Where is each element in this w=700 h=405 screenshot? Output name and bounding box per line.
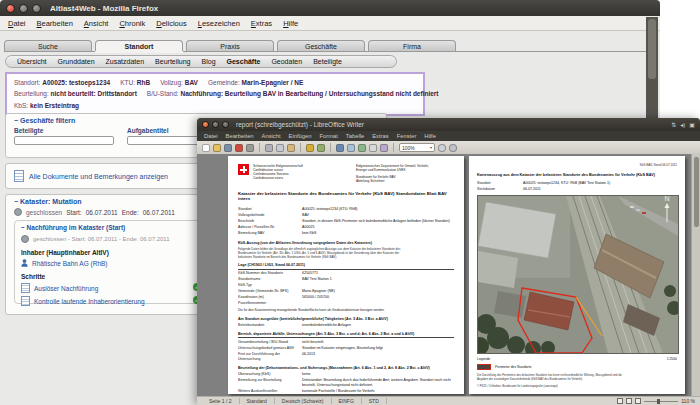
site-info-box: Standort: A00025: testoeps1234KTU: RhBVo… xyxy=(5,72,425,116)
network-icon[interactable]: ⇅ xyxy=(671,121,676,128)
menu-item[interactable]: Datei xyxy=(204,133,218,139)
window-minimize-button[interactable] xyxy=(19,4,28,13)
writer-titlebar[interactable]: report (schreibgeschützt) - LibreOffice … xyxy=(197,118,700,131)
all-documents-link[interactable]: Alle Dokumente und Bemerkungen anzeigen xyxy=(29,173,168,180)
export-pdf-icon[interactable] xyxy=(235,144,243,152)
menu-item[interactable]: Format xyxy=(320,133,338,139)
copy-icon[interactable] xyxy=(276,144,284,152)
tab[interactable]: Geschäfte xyxy=(277,40,365,51)
window-close-button[interactable] xyxy=(6,4,15,13)
paste-icon[interactable] xyxy=(287,144,295,152)
task-icon xyxy=(21,283,30,293)
menu-item[interactable]: Extras xyxy=(251,19,272,28)
menu-item[interactable]: Delicious xyxy=(156,19,186,28)
multi-page-view-icon[interactable] xyxy=(626,398,632,404)
find-icon[interactable] xyxy=(369,144,377,152)
zoom-in-icon[interactable] xyxy=(438,144,446,152)
scrollbar-thumb[interactable] xyxy=(694,157,699,227)
zoom-out-icon[interactable] xyxy=(449,144,457,152)
menu-item[interactable]: Ansicht xyxy=(84,19,109,28)
zoom-combo[interactable]: 100% xyxy=(399,143,435,152)
message-icon[interactable]: ▣ xyxy=(689,121,695,128)
status-zoom: 110 % xyxy=(681,398,695,404)
site-info-line: Standort: A00025: testoeps1234KTU: RhBVo… xyxy=(14,77,416,88)
menu-item[interactable]: Fenster xyxy=(397,133,417,139)
menu-item[interactable]: Hilfe xyxy=(424,133,436,139)
tab[interactable]: Firma xyxy=(368,40,456,51)
navigator-icon[interactable] xyxy=(380,144,388,152)
window-minimize-button[interactable] xyxy=(212,121,219,128)
image-icon[interactable] xyxy=(358,144,366,152)
report-rows-e: Gesamtbeurteilung / B/U-Standnicht beurt… xyxy=(238,340,454,362)
menu-item[interactable]: Bearbeiten xyxy=(37,19,73,28)
report-row: Untersuchungsbedarf gemäss AltlVStandort… xyxy=(238,346,454,351)
book-view-icon[interactable] xyxy=(635,398,641,404)
tab[interactable]: Praxis xyxy=(186,40,274,51)
report-rows-a: StandortA00025: testoeps1234 (KTU: RhB)V… xyxy=(238,207,454,236)
zoom-slider-knob[interactable] xyxy=(657,399,660,404)
section-nav-item[interactable]: Geodaten xyxy=(271,58,302,65)
section-nav-item[interactable]: Geschäfte xyxy=(227,58,261,65)
info-label: Vollzug: xyxy=(160,79,183,86)
report-row: Bemerkung zur BeurteilungDrittstandort: … xyxy=(238,378,454,388)
step-link[interactable]: Auslöser Nachführung xyxy=(34,285,98,292)
map-title: Kartenauszug aus dem Kataster der belast… xyxy=(477,173,677,178)
scrollbar-thumb[interactable] xyxy=(648,19,656,79)
page2-header: KbS BAV, Stand 06.07.2011 xyxy=(477,163,677,167)
section-nav-item[interactable]: Übersicht xyxy=(17,58,47,65)
writer-toolbar: 100% xyxy=(197,141,700,155)
save-icon[interactable] xyxy=(224,144,232,152)
redo-icon[interactable] xyxy=(317,144,325,152)
zoom-slider[interactable] xyxy=(644,401,678,402)
single-page-view-icon[interactable] xyxy=(617,398,623,404)
info-label: KbS: xyxy=(14,102,28,109)
cut-icon[interactable] xyxy=(265,144,273,152)
report-row: KbS-Typ xyxy=(238,283,454,288)
section-nav-item[interactable]: Zusatzdaten xyxy=(106,58,145,65)
report-row: Gesamtbeurteilung / B/U-Standnicht beurt… xyxy=(238,340,454,345)
menu-item[interactable]: Tabelle xyxy=(346,133,364,139)
toolbar-separator xyxy=(300,143,301,152)
menu-item[interactable]: Ansicht xyxy=(262,133,281,139)
section-nav-item[interactable]: Grunddaten xyxy=(58,58,95,65)
beteiligte-input[interactable] xyxy=(14,136,114,145)
desktop: Altlast4Web - Mozilla Firefox DateiBearb… xyxy=(0,0,700,405)
section-nav-item[interactable]: Beurteilung xyxy=(155,58,190,65)
undo-icon[interactable] xyxy=(306,144,314,152)
menu-item[interactable]: Einfügen xyxy=(289,133,312,139)
step-link[interactable]: Kontrolle laufende Inhaberorientierung xyxy=(34,298,145,305)
window-maximize-button[interactable] xyxy=(222,121,229,128)
menu-item[interactable]: Lesezeichen xyxy=(198,19,240,28)
menu-item[interactable]: Bearbeiten xyxy=(226,133,254,139)
info-label: Gemeinde: xyxy=(208,79,240,86)
info-value: Marin-Epagnier / NE xyxy=(242,79,304,86)
window-maximize-button[interactable] xyxy=(32,4,41,13)
report-row: Bemerkung BAVkein KbS xyxy=(238,231,454,236)
menu-item[interactable]: Extras xyxy=(372,133,388,139)
hyperlink-icon[interactable] xyxy=(336,144,344,152)
firefox-titlebar[interactable]: Altlast4Web - Mozilla Firefox xyxy=(0,0,660,16)
print-icon[interactable] xyxy=(246,144,254,152)
menu-item[interactable]: Hilfe xyxy=(283,19,298,28)
info-label: Standort: xyxy=(14,79,40,86)
inhaber-link[interactable]: Rhätische Bahn AG (RhB) xyxy=(32,260,108,267)
status-select-mode: STD xyxy=(362,398,387,404)
info-value: kein Ersteintrag xyxy=(30,102,79,109)
tab[interactable]: Suche xyxy=(4,40,92,51)
info-value: BAV xyxy=(185,79,198,86)
table-icon[interactable] xyxy=(347,144,355,152)
window-close-button[interactable] xyxy=(202,121,209,128)
swiss-cross-logo xyxy=(238,164,249,175)
tab[interactable]: Standort xyxy=(95,40,183,51)
open-folder-icon[interactable] xyxy=(213,144,221,152)
writer-scrollbar[interactable] xyxy=(691,154,700,397)
new-document-icon[interactable] xyxy=(202,144,210,152)
menu-item[interactable]: Chronik xyxy=(119,19,145,28)
section-nav-item[interactable]: Beteiligte xyxy=(313,58,342,65)
info-label: KTU: xyxy=(120,79,135,86)
status-text: geschlossen xyxy=(26,209,62,216)
volume-icon[interactable]: ◂) xyxy=(680,121,685,128)
menu-item[interactable]: Datei xyxy=(8,19,26,28)
section-nav-item[interactable]: Blog xyxy=(202,58,216,65)
report-page-1: Schweizerische Eidgenossenschaft Confédé… xyxy=(228,156,464,394)
